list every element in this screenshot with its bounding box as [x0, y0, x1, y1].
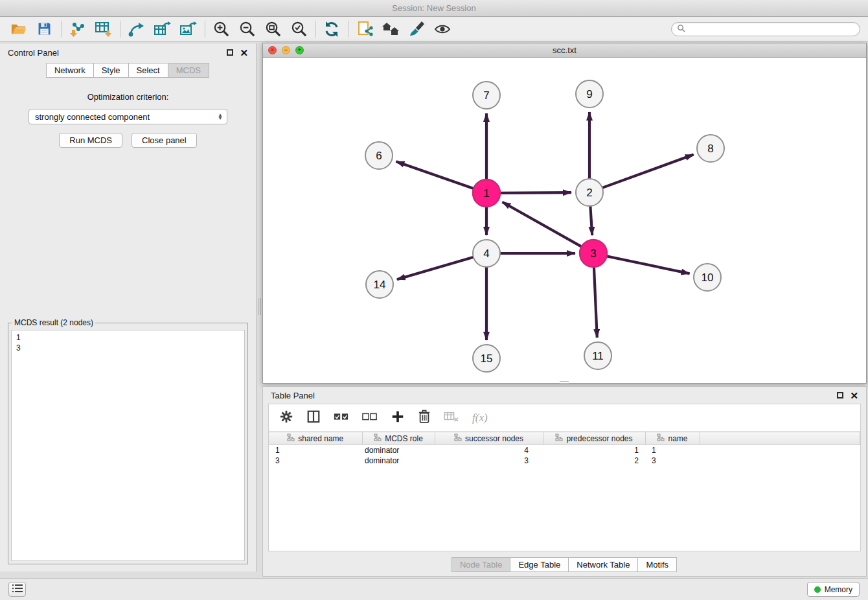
table-row[interactable]: 3dominator323 [269, 456, 860, 466]
show-columns-button[interactable] [306, 410, 321, 426]
toolbar-separator [315, 21, 316, 38]
graph-node-11[interactable]: 11 [584, 342, 611, 369]
export-table-button[interactable] [152, 19, 172, 40]
refresh-layout-button[interactable] [321, 19, 342, 40]
graph-edge-3-11[interactable] [594, 265, 597, 338]
close-window-button[interactable]: × [268, 46, 277, 54]
title-bar: Session: New Session [0, 0, 868, 17]
graph-node-7[interactable]: 7 [473, 82, 500, 109]
import-table-button[interactable] [93, 19, 113, 40]
graph-edge-1-2[interactable] [498, 192, 571, 193]
graph-node-14[interactable]: 14 [366, 271, 393, 298]
svg-text:10: 10 [702, 271, 714, 284]
table-toolbar: f(x) [269, 404, 860, 432]
window-resize-grip[interactable] [560, 381, 569, 384]
tab-select[interactable]: Select [128, 63, 168, 78]
close-table-panel-icon[interactable]: ✕ [850, 391, 858, 400]
tab-node-table[interactable]: Node Table [451, 557, 511, 572]
table-settings-button[interactable] [279, 410, 293, 426]
clone-network-button[interactable] [354, 19, 375, 40]
deselect-all-button[interactable] [362, 411, 378, 424]
function-builder-button[interactable]: f(x) [472, 411, 488, 424]
graph-edge-3-1[interactable] [502, 202, 583, 248]
run-mcds-button[interactable]: Run MCDS [59, 133, 122, 148]
column-header-shared-name[interactable]: shared name [269, 432, 362, 445]
network-window-title: scc.txt [263, 45, 866, 55]
list-icon [12, 584, 23, 595]
hierarchy-icon [555, 433, 563, 443]
column-header-name[interactable]: name [645, 432, 700, 445]
close-panel-icon[interactable]: ✕ [240, 48, 248, 58]
tab-network-table[interactable]: Network Table [568, 557, 638, 572]
graph-node-15[interactable]: 15 [473, 345, 500, 372]
graph-edge-4-14[interactable] [397, 257, 475, 279]
minimize-window-button[interactable]: − [282, 46, 290, 54]
graph-node-8[interactable]: 8 [697, 135, 724, 162]
float-panel-button[interactable] [227, 49, 233, 56]
eye-icon [433, 20, 451, 38]
tab-motifs[interactable]: Motifs [637, 557, 677, 572]
search-box[interactable] [671, 22, 860, 36]
zoom-out-button[interactable] [236, 19, 257, 40]
mcds-result-list[interactable]: 1 3 [11, 330, 245, 561]
tab-network[interactable]: Network [46, 63, 94, 78]
zoom-selected-button[interactable] [288, 19, 309, 40]
gear-icon [279, 410, 293, 426]
style-brush-button[interactable] [406, 19, 427, 40]
tab-edge-table[interactable]: Edge Table [510, 557, 569, 572]
import-network-button[interactable] [67, 19, 87, 40]
graph-node-9[interactable]: 9 [576, 80, 603, 108]
tab-mcds[interactable]: MCDS [168, 63, 209, 78]
save-session-button[interactable] [34, 19, 54, 40]
column-header-mcds-role[interactable]: MCDS role [362, 432, 435, 445]
show-graphics-button[interactable] [432, 19, 453, 40]
optimization-criterion-label: Optimization criterion: [0, 92, 256, 102]
network-graph[interactable]: 7968124314101511 [263, 58, 866, 383]
export-image-button[interactable] [177, 19, 198, 40]
table-header-row: shared name MCDS role successor nodes pr… [269, 432, 860, 445]
hierarchy-icon [657, 433, 665, 443]
graph-node-10[interactable]: 10 [694, 264, 721, 291]
delete-column-button[interactable] [418, 410, 431, 426]
node-table: shared name MCDS role successor nodes pr… [269, 432, 860, 466]
toolbar-separator [61, 21, 62, 38]
delete-table-button[interactable] [444, 411, 459, 425]
add-column-button[interactable] [391, 410, 405, 426]
column-header-successor-nodes[interactable]: successor nodes [435, 432, 543, 445]
criterion-dropdown[interactable]: strongly connected component ▲▼ [29, 109, 227, 124]
graph-node-1[interactable]: 1 [473, 179, 500, 207]
graph-edge-2-8[interactable] [600, 155, 694, 189]
graph-node-2[interactable]: 2 [576, 179, 603, 206]
graph-node-4[interactable]: 4 [473, 240, 500, 267]
hierarchy-icon [454, 433, 462, 443]
list-item[interactable]: 1 [16, 332, 240, 343]
float-table-panel-button[interactable] [837, 392, 843, 398]
graph-edge-1-6[interactable] [396, 161, 475, 189]
unchecked-boxes-icon [362, 411, 378, 424]
export-network-button[interactable] [126, 19, 146, 40]
svg-text:14: 14 [374, 279, 386, 291]
node-table-body: 1dominator4113dominator323 [269, 445, 860, 466]
column-header-predecessor-nodes[interactable]: predecessor nodes [543, 432, 645, 445]
toolbar-separator [205, 21, 205, 38]
tab-style[interactable]: Style [93, 63, 129, 78]
open-session-button[interactable] [8, 19, 29, 40]
zoom-fit-button[interactable] [262, 19, 283, 40]
zoom-in-icon [212, 20, 230, 38]
memory-button[interactable]: Memory [807, 582, 860, 597]
close-panel-button[interactable]: Close panel [131, 133, 197, 148]
maximize-window-button[interactable]: + [295, 46, 304, 54]
search-input[interactable] [689, 25, 854, 34]
zoom-in-button[interactable] [211, 19, 231, 40]
select-all-button[interactable] [334, 411, 349, 424]
list-item[interactable]: 3 [16, 343, 240, 353]
svg-text:2: 2 [586, 187, 592, 199]
graph-edge-2-3[interactable] [590, 204, 592, 235]
task-history-button[interactable] [8, 582, 26, 597]
splitter-handle[interactable] [258, 298, 261, 315]
table-row[interactable]: 1dominator411 [269, 445, 860, 456]
graph-node-6[interactable]: 6 [365, 142, 393, 169]
graph-edge-3-10[interactable] [605, 256, 690, 274]
graph-node-3[interactable]: 3 [580, 240, 607, 267]
home-networks-button[interactable] [380, 19, 401, 40]
